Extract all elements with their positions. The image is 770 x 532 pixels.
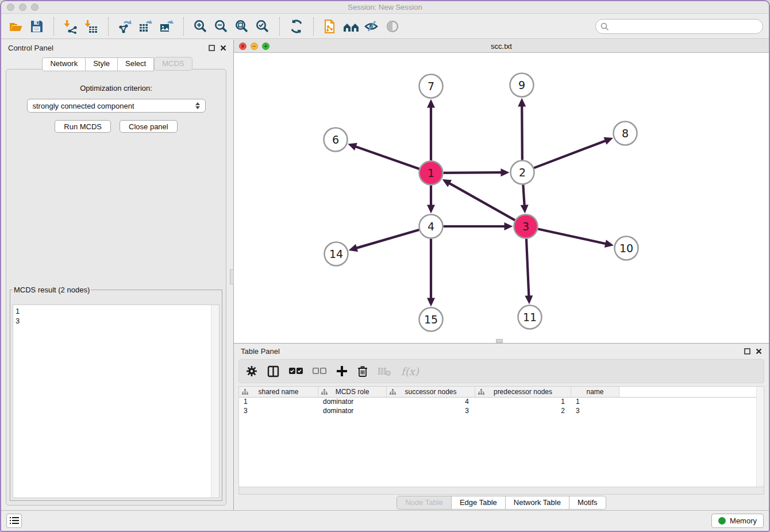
network-canvas[interactable]: 7968124314101511: [234, 53, 769, 343]
zoom-out-icon[interactable]: [212, 17, 230, 36]
graph-edge-4-14[interactable]: [355, 230, 419, 248]
graph-node-label: 14: [329, 248, 343, 260]
run-mcds-button[interactable]: Run MCDS: [55, 120, 111, 133]
result-scrollbar[interactable]: [211, 305, 219, 498]
maximize-window-button[interactable]: [31, 3, 38, 11]
tab-style[interactable]: Style: [86, 57, 118, 71]
column-header-MCDS-role[interactable]: MCDS role: [318, 387, 387, 397]
memory-button[interactable]: Memory: [711, 514, 764, 528]
column-type-icon: [242, 389, 248, 395]
mcds-result-list[interactable]: 13: [13, 304, 220, 498]
zoom-fit-content-icon[interactable]: [233, 17, 251, 36]
column-header-shared-name[interactable]: shared name: [239, 387, 318, 397]
table-options-icon[interactable]: [246, 365, 257, 377]
search-field[interactable]: [595, 19, 763, 34]
function-builder-icon[interactable]: f(x): [401, 365, 419, 377]
frame-close-icon[interactable]: ×: [239, 43, 247, 50]
graph-edge-3-10[interactable]: [538, 229, 607, 244]
show-column-icon[interactable]: [267, 365, 279, 377]
delete-table-icon[interactable]: [378, 366, 391, 376]
export-network-icon[interactable]: [116, 17, 134, 36]
graph-node-label: 3: [522, 220, 529, 233]
column-header-predecessor-nodes[interactable]: predecessor nodes: [475, 387, 571, 397]
table-cell[interactable]: 3: [239, 407, 318, 416]
float-panel-icon[interactable]: [209, 45, 215, 51]
column-header-name[interactable]: name: [571, 387, 619, 397]
save-session-icon[interactable]: [28, 17, 46, 36]
table-cell[interactable]: 4: [387, 398, 475, 407]
edge-arrowhead: [427, 205, 435, 214]
table-row[interactable]: 3dominator323: [239, 407, 764, 416]
window-controls: [7, 3, 38, 11]
delete-row-icon[interactable]: [357, 365, 368, 377]
table-cell[interactable]: 3: [571, 407, 619, 416]
graph-edge-2-8[interactable]: [534, 140, 607, 168]
task-history-button[interactable]: [6, 514, 22, 528]
table-cell[interactable]: 2: [475, 407, 571, 416]
canvas-hscroll-thumb[interactable]: [496, 339, 503, 343]
criterion-value: strongly connected component: [33, 102, 134, 110]
table-scrollbar[interactable]: [756, 387, 764, 487]
close-panel-button[interactable]: Close panel: [120, 120, 178, 133]
graph-edge-3-11[interactable]: [526, 238, 529, 297]
table-cell[interactable]: 1: [475, 398, 571, 407]
frame-maximize-icon[interactable]: +: [262, 43, 270, 50]
table-cell[interactable]: 1: [571, 398, 619, 407]
edge-arrowhead: [525, 295, 533, 304]
control-panel: Control Panel NetworkStyleSelectMCDS Opt…: [1, 40, 234, 510]
export-image-icon[interactable]: [157, 17, 176, 36]
column-header-label: shared name: [258, 388, 298, 396]
graph-node-label: 1: [428, 167, 434, 179]
first-neighbors-icon[interactable]: [342, 17, 360, 36]
add-row-icon[interactable]: [336, 365, 348, 377]
tab-network-table[interactable]: Network Table: [506, 496, 569, 510]
tab-motifs[interactable]: Motifs: [569, 496, 606, 510]
graph-edge-1-2[interactable]: [443, 172, 502, 173]
graph-node-label: 8: [622, 127, 629, 140]
zoom-selected-icon[interactable]: [253, 17, 272, 36]
column-header-label: MCDS role: [336, 388, 369, 396]
apply-preferred-layout-icon[interactable]: [287, 17, 306, 36]
select-all-icon[interactable]: [289, 367, 303, 375]
tab-mcds[interactable]: MCDS: [154, 57, 192, 71]
new-network-from-selection-icon[interactable]: [321, 17, 340, 36]
graph-edge-2-9[interactable]: [522, 105, 522, 160]
zoom-in-icon[interactable]: [191, 17, 210, 36]
toolbar-separator: [53, 17, 54, 36]
edge-arrowhead: [500, 168, 509, 176]
criterion-dropdown[interactable]: strongly connected component: [27, 99, 206, 113]
export-table-icon[interactable]: [137, 17, 155, 36]
import-table-from-file-icon[interactable]: [82, 17, 101, 36]
tab-network[interactable]: Network: [42, 57, 86, 71]
tab-node-table[interactable]: Node Table: [396, 496, 452, 510]
close-window-button[interactable]: [7, 3, 14, 11]
table-cell[interactable]: 1: [239, 398, 318, 407]
window-title: Session: New Session: [348, 3, 422, 11]
hide-selected-icon[interactable]: [363, 17, 381, 36]
network-graph[interactable]: 7968124314101511: [234, 53, 768, 343]
table-row[interactable]: 1dominator411: [239, 398, 764, 407]
edge-arrowhead: [348, 143, 357, 151]
open-session-icon[interactable]: [7, 17, 25, 36]
column-header-successor-nodes[interactable]: successor nodes: [387, 387, 475, 397]
graph-edge-1-6[interactable]: [355, 146, 419, 169]
table-cell[interactable]: dominator: [318, 398, 387, 407]
close-panel-icon[interactable]: [756, 348, 762, 354]
import-network-from-file-icon[interactable]: [61, 17, 80, 36]
graph-edge-2-3[interactable]: [523, 184, 524, 206]
frame-minimize-icon[interactable]: −: [251, 43, 258, 50]
unselect-all-icon[interactable]: [313, 367, 326, 375]
table-cell[interactable]: dominator: [318, 407, 387, 416]
search-input[interactable]: [613, 22, 758, 31]
float-panel-icon[interactable]: [744, 348, 750, 354]
tab-edge-table[interactable]: Edge Table: [452, 496, 506, 510]
close-panel-icon[interactable]: [220, 45, 226, 51]
minimize-window-button[interactable]: [19, 3, 26, 11]
table-cell[interactable]: 3: [387, 407, 475, 416]
graph-edge-3-1[interactable]: [448, 183, 515, 221]
edge-arrowhead: [427, 298, 435, 307]
tab-select[interactable]: Select: [118, 57, 154, 71]
show-all-icon[interactable]: [383, 17, 402, 36]
dropdown-stepper-icon: [195, 102, 200, 109]
panel-splitter-handle[interactable]: [230, 269, 234, 284]
